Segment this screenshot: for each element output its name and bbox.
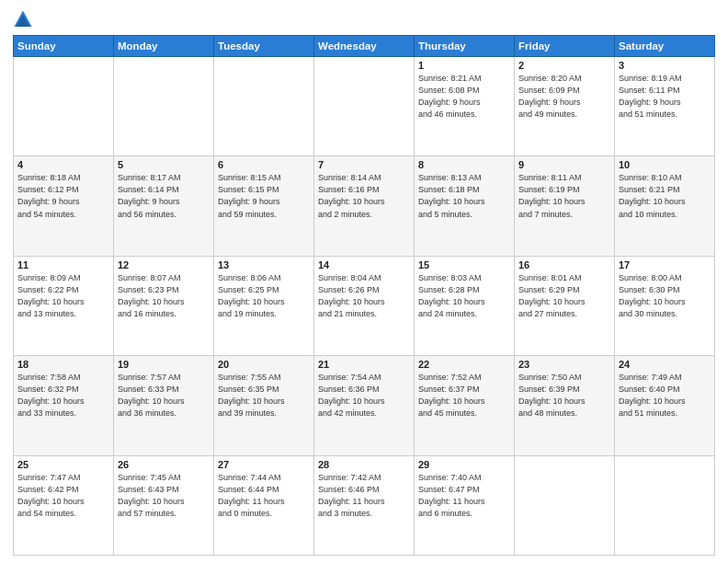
day-info: Sunrise: 7:54 AMSunset: 6:36 PMDaylight:… [318,372,410,419]
day-info: Sunrise: 7:44 AMSunset: 6:44 PMDaylight:… [218,472,310,520]
day-number: 18 [17,359,109,370]
day-info: Sunrise: 8:03 AMSunset: 6:28 PMDaylight:… [418,272,510,320]
day-number: 24 [619,359,711,370]
day-info: Sunrise: 7:55 AMSunset: 6:35 PMDaylight:… [218,372,310,419]
calendar-cell: 26Sunrise: 7:45 AMSunset: 6:43 PMDayligh… [114,455,214,555]
header [13,9,715,29]
logo [13,9,36,29]
day-number: 1 [418,60,510,71]
day-number: 29 [418,459,510,470]
day-number: 21 [318,359,410,370]
day-info: Sunrise: 8:04 AMSunset: 6:26 PMDaylight:… [318,272,410,320]
logo-icon [13,9,33,29]
day-info: Sunrise: 8:19 AMSunset: 6:11 PMDaylight:… [619,73,711,121]
day-info: Sunrise: 8:06 AMSunset: 6:25 PMDaylight:… [218,272,310,320]
calendar-week-3: 18Sunrise: 7:58 AMSunset: 6:32 PMDayligh… [14,356,715,455]
calendar-cell: 14Sunrise: 8:04 AMSunset: 6:26 PMDayligh… [314,256,415,355]
weekday-header-monday: Monday [114,36,214,57]
day-number: 3 [619,60,711,71]
calendar-cell: 18Sunrise: 7:58 AMSunset: 6:32 PMDayligh… [14,356,114,455]
calendar-table: SundayMondayTuesdayWednesdayThursdayFrid… [13,35,715,556]
day-info: Sunrise: 8:10 AMSunset: 6:21 PMDaylight:… [619,172,711,220]
weekday-header-saturday: Saturday [615,36,715,57]
day-number: 14 [318,259,410,270]
calendar-week-2: 11Sunrise: 8:09 AMSunset: 6:22 PMDayligh… [14,256,715,355]
day-info: Sunrise: 8:13 AMSunset: 6:18 PMDaylight:… [418,172,510,220]
day-info: Sunrise: 8:15 AMSunset: 6:15 PMDaylight:… [218,172,310,220]
day-info: Sunrise: 7:40 AMSunset: 6:47 PMDaylight:… [418,472,510,520]
calendar-cell [515,455,615,555]
day-info: Sunrise: 8:17 AMSunset: 6:14 PMDaylight:… [118,172,210,220]
day-info: Sunrise: 8:01 AMSunset: 6:29 PMDaylight:… [518,272,610,320]
calendar-cell: 10Sunrise: 8:10 AMSunset: 6:21 PMDayligh… [615,156,715,256]
calendar-cell [314,57,415,156]
weekday-header-wednesday: Wednesday [314,36,415,57]
weekday-header-tuesday: Tuesday [214,36,314,57]
day-info: Sunrise: 7:47 AMSunset: 6:42 PMDaylight:… [17,472,109,520]
calendar-week-1: 4Sunrise: 8:18 AMSunset: 6:12 PMDaylight… [14,156,715,256]
day-info: Sunrise: 8:07 AMSunset: 6:23 PMDaylight:… [118,272,210,320]
day-number: 19 [118,359,210,370]
calendar-cell: 21Sunrise: 7:54 AMSunset: 6:36 PMDayligh… [314,356,415,455]
day-number: 13 [218,259,310,270]
day-number: 23 [518,359,610,370]
day-number: 4 [17,159,109,170]
calendar-cell: 6Sunrise: 8:15 AMSunset: 6:15 PMDaylight… [214,156,314,256]
calendar-week-0: 1Sunrise: 8:21 AMSunset: 6:08 PMDaylight… [14,57,715,156]
day-number: 26 [118,459,210,470]
day-number: 9 [518,159,610,170]
calendar-cell: 22Sunrise: 7:52 AMSunset: 6:37 PMDayligh… [415,356,515,455]
day-info: Sunrise: 8:18 AMSunset: 6:12 PMDaylight:… [17,172,109,220]
calendar-cell: 25Sunrise: 7:47 AMSunset: 6:42 PMDayligh… [14,455,114,555]
calendar-cell: 9Sunrise: 8:11 AMSunset: 6:19 PMDaylight… [515,156,615,256]
day-number: 15 [418,259,510,270]
day-number: 20 [218,359,310,370]
day-info: Sunrise: 7:42 AMSunset: 6:46 PMDaylight:… [318,472,410,520]
day-info: Sunrise: 8:09 AMSunset: 6:22 PMDaylight:… [17,272,109,320]
day-number: 27 [218,459,310,470]
weekday-header-sunday: Sunday [14,36,114,57]
weekday-header-friday: Friday [515,36,615,57]
day-info: Sunrise: 7:52 AMSunset: 6:37 PMDaylight:… [418,372,510,419]
calendar-cell: 19Sunrise: 7:57 AMSunset: 6:33 PMDayligh… [114,356,214,455]
calendar-cell: 23Sunrise: 7:50 AMSunset: 6:39 PMDayligh… [515,356,615,455]
calendar-cell: 5Sunrise: 8:17 AMSunset: 6:14 PMDaylight… [114,156,214,256]
calendar-cell: 3Sunrise: 8:19 AMSunset: 6:11 PMDaylight… [615,57,715,156]
calendar-cell: 29Sunrise: 7:40 AMSunset: 6:47 PMDayligh… [415,455,515,555]
calendar-cell: 4Sunrise: 8:18 AMSunset: 6:12 PMDaylight… [14,156,114,256]
day-number: 11 [17,259,109,270]
day-number: 22 [418,359,510,370]
day-info: Sunrise: 8:14 AMSunset: 6:16 PMDaylight:… [318,172,410,220]
calendar-cell: 2Sunrise: 8:20 AMSunset: 6:09 PMDaylight… [515,57,615,156]
day-number: 6 [218,159,310,170]
day-number: 2 [518,60,610,71]
page: SundayMondayTuesdayWednesdayThursdayFrid… [0,0,728,563]
day-info: Sunrise: 7:50 AMSunset: 6:39 PMDaylight:… [518,372,610,419]
calendar-cell [114,57,214,156]
weekday-header-row: SundayMondayTuesdayWednesdayThursdayFrid… [14,36,715,57]
day-number: 17 [619,259,711,270]
day-info: Sunrise: 8:11 AMSunset: 6:19 PMDaylight:… [518,172,610,220]
calendar-cell [214,57,314,156]
day-info: Sunrise: 8:21 AMSunset: 6:08 PMDaylight:… [418,73,510,121]
day-info: Sunrise: 7:45 AMSunset: 6:43 PMDaylight:… [118,472,210,520]
calendar-cell: 11Sunrise: 8:09 AMSunset: 6:22 PMDayligh… [14,256,114,355]
day-number: 7 [318,159,410,170]
weekday-header-thursday: Thursday [415,36,515,57]
day-number: 12 [118,259,210,270]
calendar-cell [14,57,114,156]
calendar-cell: 27Sunrise: 7:44 AMSunset: 6:44 PMDayligh… [214,455,314,555]
calendar-cell: 12Sunrise: 8:07 AMSunset: 6:23 PMDayligh… [114,256,214,355]
day-number: 8 [418,159,510,170]
day-number: 10 [619,159,711,170]
day-info: Sunrise: 7:49 AMSunset: 6:40 PMDaylight:… [619,372,711,419]
calendar-cell: 17Sunrise: 8:00 AMSunset: 6:30 PMDayligh… [615,256,715,355]
day-info: Sunrise: 8:00 AMSunset: 6:30 PMDaylight:… [619,272,711,320]
calendar-cell: 13Sunrise: 8:06 AMSunset: 6:25 PMDayligh… [214,256,314,355]
calendar-cell: 16Sunrise: 8:01 AMSunset: 6:29 PMDayligh… [515,256,615,355]
day-number: 28 [318,459,410,470]
calendar-cell [615,455,715,555]
calendar-week-4: 25Sunrise: 7:47 AMSunset: 6:42 PMDayligh… [14,455,715,555]
calendar-cell: 7Sunrise: 8:14 AMSunset: 6:16 PMDaylight… [314,156,415,256]
calendar-cell: 24Sunrise: 7:49 AMSunset: 6:40 PMDayligh… [615,356,715,455]
